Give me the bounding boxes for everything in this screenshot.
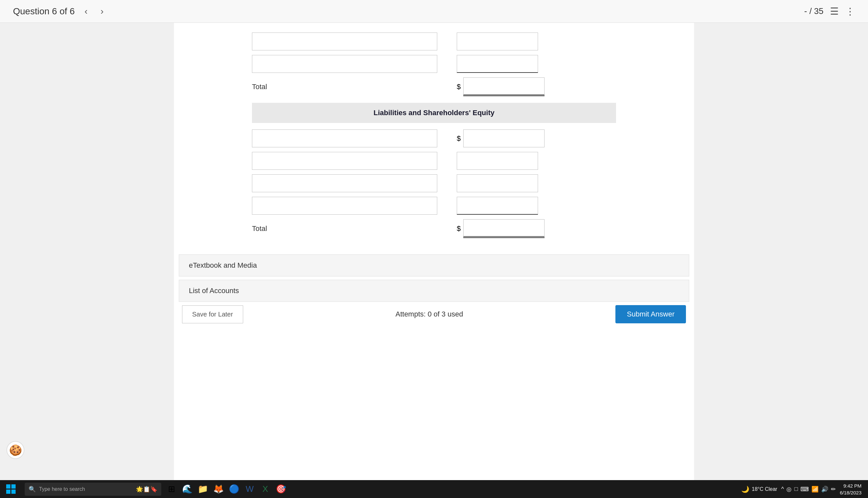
- prev-button[interactable]: ‹: [81, 4, 91, 18]
- datetime[interactable]: 9:42 PM 6/18/2023: [840, 482, 862, 496]
- cookie-icon[interactable]: 🍪: [6, 441, 24, 459]
- dollar-sign-2: $: [457, 224, 461, 233]
- app8-button[interactable]: 🎯: [274, 482, 288, 496]
- liab-row2-right: [457, 152, 538, 170]
- taskbar: 🔍 Type here to search 🌟📋🔖 ⊞ 🌊 📁 🦊 🔵 W X …: [0, 480, 868, 498]
- task-view-button[interactable]: ⊞: [164, 482, 179, 496]
- edge-icon: 🌊: [182, 484, 192, 494]
- row2-text-input[interactable]: [252, 55, 437, 73]
- liab-row4-text-input[interactable]: [252, 197, 437, 215]
- radio-icon: ◎: [786, 486, 791, 493]
- liabilities-form-section: $: [174, 130, 694, 238]
- system-tray: ^ ◎ □ ⌨ 📶 🔊 ✏: [781, 486, 836, 493]
- question-title: Question 6 of 6: [13, 6, 75, 17]
- save-for-later-button[interactable]: Save for Later: [182, 305, 243, 323]
- total1-label: Total: [252, 83, 437, 91]
- app8-icon: 🎯: [276, 484, 286, 494]
- liab-row3-text-input[interactable]: [252, 174, 437, 192]
- next-button[interactable]: ›: [97, 4, 107, 18]
- word-button[interactable]: W: [243, 482, 257, 496]
- taskbar-right: 🌙 18°C Clear ^ ◎ □ ⌨ 📶 🔊 ✏ 9:42 PM 6/18/…: [741, 482, 868, 496]
- total-label-1: Total: [252, 83, 267, 91]
- top-bar-right: - / 35 ☰ ⋮: [804, 5, 855, 17]
- bottom-panel: eTextbook and Media List of Accounts Sav…: [174, 248, 694, 330]
- svg-rect-0: [6, 484, 10, 488]
- liab-row1-left: [252, 130, 437, 147]
- form-row-2: [252, 55, 616, 73]
- weather-text: 18°C Clear: [752, 486, 777, 492]
- section-header: Liabilities and Shareholders' Equity: [252, 103, 616, 123]
- liab-row4-amount-input[interactable]: [457, 197, 538, 215]
- row1-amount-input[interactable]: [457, 32, 538, 50]
- total1-right: $: [457, 77, 544, 96]
- total-row-2: Total $: [252, 219, 616, 238]
- wifi-icon: 📶: [811, 486, 818, 493]
- excel-button[interactable]: X: [258, 482, 272, 496]
- content-wrapper: Total $ Liabilities and Shareholders' Eq…: [174, 23, 694, 480]
- taskbar-search-bar[interactable]: 🔍 Type here to search 🌟📋🔖: [25, 483, 161, 496]
- total1-amount-input[interactable]: [463, 77, 544, 95]
- more-options-button[interactable]: ⋮: [845, 5, 855, 17]
- liab-row1-right: $: [457, 130, 544, 147]
- excel-icon: X: [262, 484, 268, 494]
- firefox-button[interactable]: 🦊: [211, 482, 226, 496]
- total-row-1: Total $: [252, 77, 616, 96]
- volume-icon: 🔊: [821, 486, 828, 493]
- chrome-button[interactable]: 🔵: [227, 482, 241, 496]
- liab-row3-amount-input[interactable]: [457, 174, 538, 192]
- liab-row3-right: [457, 174, 538, 192]
- total-label-2: Total: [252, 224, 267, 233]
- list-of-accounts-button[interactable]: List of Accounts: [179, 280, 689, 302]
- time-display: 9:42 PM: [840, 482, 862, 489]
- form-row-1: [252, 32, 616, 50]
- windows-logo-icon: [6, 484, 16, 495]
- file-explorer-button[interactable]: 📁: [196, 482, 210, 496]
- top-bar: Question 6 of 6 ‹ › - / 35 ☰ ⋮: [0, 0, 868, 23]
- list-icon-button[interactable]: ☰: [830, 5, 839, 17]
- row2-amount-input[interactable]: [457, 55, 538, 73]
- attempts-text: Attempts: 0 of 3 used: [395, 310, 463, 318]
- liab-row1-text-input[interactable]: [252, 130, 437, 147]
- search-placeholder-text: Type here to search: [39, 486, 85, 492]
- total2-right: $: [457, 219, 544, 238]
- liab-row-3: [252, 174, 616, 192]
- total1-amount-wrapper: [463, 77, 544, 96]
- etextbook-button[interactable]: eTextbook and Media: [179, 254, 689, 276]
- start-button[interactable]: [0, 480, 22, 498]
- task-view-icon: ⊞: [168, 484, 175, 494]
- liab-row2-text-input[interactable]: [252, 152, 437, 170]
- row2-right: [457, 55, 538, 73]
- liab-row4-right: [457, 197, 538, 215]
- liab-row-4: [252, 197, 616, 215]
- page-indicator: - / 35: [804, 6, 824, 16]
- keyboard-icon: ⌨: [800, 486, 809, 493]
- row2-left: [252, 55, 437, 73]
- weather-info: 🌙 18°C Clear: [741, 485, 777, 493]
- top-form-section: Total $: [174, 32, 694, 96]
- liab-row4-left: [252, 197, 437, 215]
- dollar-sign-1: $: [457, 83, 461, 91]
- search-icon: 🔍: [29, 486, 36, 493]
- total2-label: Total: [252, 224, 437, 233]
- row1-right: [457, 32, 538, 50]
- total2-amount-wrapper: [463, 219, 544, 238]
- liab-row1-amount-input[interactable]: [463, 130, 544, 147]
- liab-row2-amount-input[interactable]: [457, 152, 538, 170]
- row1-text-input[interactable]: [252, 32, 437, 50]
- taskbar-icons: ⊞ 🌊 📁 🦊 🔵 W X 🎯: [164, 482, 288, 496]
- action-bar: Save for Later Attempts: 0 of 3 used Sub…: [179, 305, 689, 323]
- chrome-icon: 🔵: [229, 484, 239, 494]
- dollar-sign-l1: $: [457, 134, 461, 143]
- top-bar-left: Question 6 of 6 ‹ ›: [13, 4, 107, 18]
- row1-left: [252, 32, 437, 50]
- file-explorer-icon: 📁: [198, 484, 208, 494]
- liab-row3-left: [252, 174, 437, 192]
- submit-answer-button[interactable]: Submit Answer: [615, 305, 686, 323]
- date-display: 6/18/2023: [840, 489, 862, 496]
- screen-icon: □: [794, 486, 798, 493]
- edge-button[interactable]: 🌊: [180, 482, 194, 496]
- total2-amount-input[interactable]: [463, 219, 544, 237]
- svg-rect-1: [11, 484, 16, 488]
- chevron-up-icon[interactable]: ^: [781, 486, 784, 493]
- liab-row-2: [252, 152, 616, 170]
